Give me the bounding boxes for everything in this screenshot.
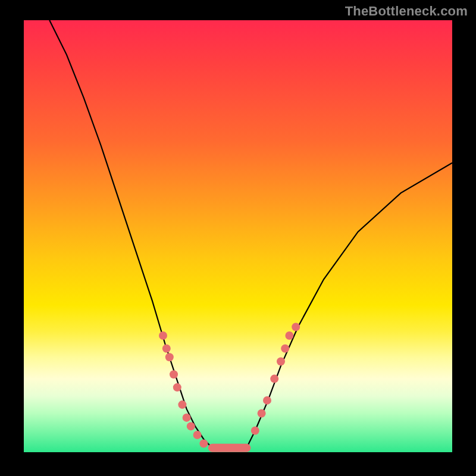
plot-area xyxy=(24,20,452,452)
marker-dot xyxy=(258,409,266,418)
markers-left xyxy=(159,331,208,448)
chart-svg xyxy=(24,20,452,452)
marker-dot xyxy=(159,331,167,340)
marker-dot xyxy=(199,440,208,448)
marker-dot xyxy=(285,331,293,340)
watermark-text: TheBottleneck.com xyxy=(345,4,468,19)
marker-dot xyxy=(173,383,181,392)
marker-dot xyxy=(187,422,195,430)
marker-dot xyxy=(251,427,259,435)
marker-dot xyxy=(183,414,191,422)
left-curve xyxy=(49,20,212,448)
marker-dot xyxy=(270,375,278,383)
marker-dot xyxy=(263,396,271,405)
right-curve xyxy=(246,163,452,448)
marker-dot xyxy=(165,353,174,361)
marker-dot xyxy=(277,358,285,366)
marker-dot xyxy=(178,400,186,409)
marker-dot xyxy=(170,370,178,378)
chart-frame: TheBottleneck.com xyxy=(0,0,476,476)
marker-dot xyxy=(162,345,171,353)
marker-dot xyxy=(193,431,202,439)
marker-dot xyxy=(292,323,300,331)
marker-dot xyxy=(281,345,289,353)
